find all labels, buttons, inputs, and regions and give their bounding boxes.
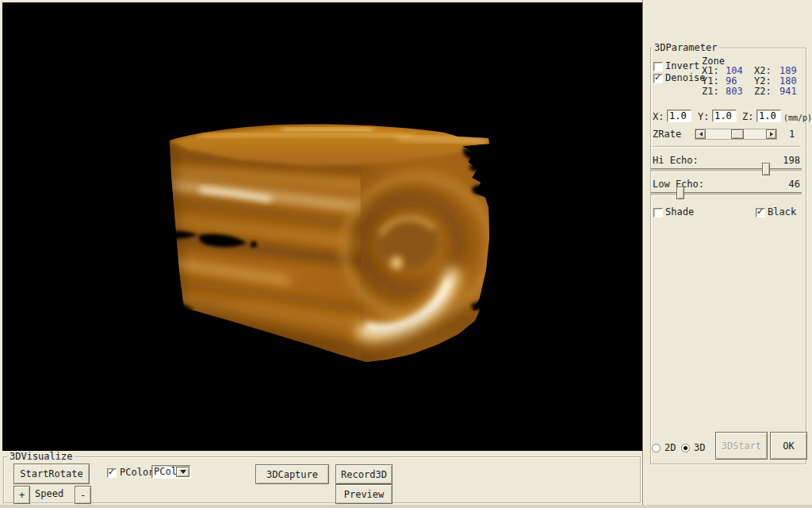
pcolor-label: PColor [120,468,154,478]
mode-2d-radio[interactable] [652,444,661,452]
mode-3d-radio[interactable] [681,444,690,452]
z-scale-input[interactable] [756,110,781,122]
x-scale-input[interactable] [667,110,691,122]
dropdown-arrow-icon[interactable] [176,467,190,477]
shade-checkbox[interactable] [653,208,663,217]
capture-3d-button[interactable]: 3DCapture [255,464,329,484]
zone-z2-value: 941 [779,86,797,97]
zone-z1-label: Z1: [702,87,726,97]
visualize-panel: 3DVisualize StartRotate PColor PColor 3D… [0,451,642,508]
denoise-label: Denoise [665,73,706,83]
y-scale-label: Y: [698,112,709,122]
mode-2d-label: 2D [665,443,676,453]
zone-z2-label: Z2: [754,87,779,97]
hi-echo-slider-thumb[interactable] [762,163,770,175]
record-3d-button[interactable]: Record3D [335,464,393,484]
parameter-group-title: 3DParameter [652,43,719,53]
start-3d-button[interactable]: 3DStart [715,432,768,460]
app-window: 3DParameter Invert Denoise Zone X1:104X2… [0,0,812,508]
zone-x2-value: 189 [779,65,797,76]
invert-label: Invert [665,61,699,71]
pcolor-dropdown[interactable]: PColor [151,465,191,479]
zrate-scrollbar[interactable] [695,129,777,140]
denoise-checkbox[interactable] [653,74,663,83]
invert-checkbox[interactable] [653,62,663,71]
parameter-panel: 3DParameter Invert Denoise Zone X1:104X2… [642,0,812,508]
zone-z1-value: 803 [726,87,754,97]
zone-y2-value: 180 [779,75,797,87]
zone-row: Z1:803Z2:941 [702,87,797,97]
y-scale-input[interactable] [712,110,737,122]
hi-echo-label: Hi Echo: [653,156,699,166]
black-label: Black [768,207,796,217]
preview-button[interactable]: Preview [335,484,393,504]
speed-minus-button[interactable]: - [75,486,91,504]
window-bottom-edge [0,505,812,508]
start-rotate-button[interactable]: StartRotate [13,464,90,484]
zrate-value: 1 [789,129,795,140]
black-checkbox[interactable] [756,208,765,217]
zrate-right-arrow[interactable] [766,129,776,139]
mode-3d-label: 3D [694,443,705,453]
shade-label: Shade [665,207,694,217]
speed-label: Speed [35,489,63,499]
render-viewport[interactable] [2,2,642,451]
hi-echo-slider[interactable] [651,168,802,172]
z-scale-label: Z: [742,112,753,122]
pcolor-checkbox[interactable] [107,468,117,478]
zrate-label: ZRate [653,129,681,140]
low-echo-slider[interactable] [651,192,802,196]
zrate-left-arrow[interactable] [695,129,706,139]
speed-plus-button[interactable]: + [13,486,30,504]
x-scale-label: X: [653,112,664,122]
visualize-group-title: 3DVisualize [7,452,75,462]
volume-render-canvas [2,2,642,451]
low-echo-slider-thumb[interactable] [676,187,684,199]
zrate-thumb[interactable] [731,129,744,139]
ok-button[interactable]: OK [770,432,807,460]
low-echo-value: 46 [762,179,800,190]
scale-unit-label: (mm/p) [783,113,812,123]
separator-line [653,146,800,148]
